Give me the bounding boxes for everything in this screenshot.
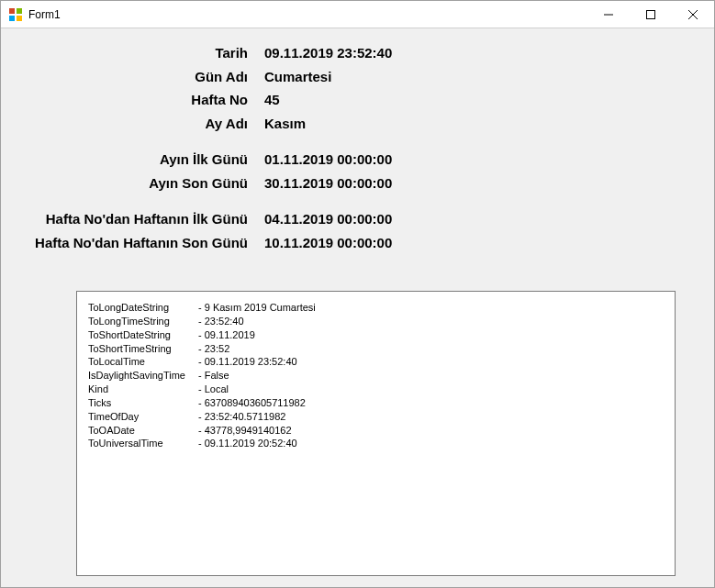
detail-row: ToUniversalTime- 09.11.2019 20:52:40: [88, 437, 664, 450]
info-block: Tarih 09.11.2019 23:52:40 Gün Adı Cumart…: [12, 41, 703, 254]
detail-row: IsDaylightSavingTime- False: [88, 369, 664, 383]
label-tarih: Tarih: [12, 41, 264, 65]
svg-rect-2: [9, 16, 15, 21]
minimize-button[interactable]: [587, 1, 630, 28]
value-ayin-ilk-gunu: 01.11.2019 00:00:00: [264, 148, 392, 172]
detail-row: Ticks- 637089403605711982: [88, 396, 664, 410]
info-row-ay-adi: Ay Adı Kasım: [12, 112, 703, 136]
label-hafta-no: Hafta No: [12, 88, 264, 112]
label-hafta-son-gunu: Hafta No'dan Haftanın Son Günü: [12, 231, 264, 255]
detail-row: TimeOfDay- 23:52:40.5711982: [88, 410, 664, 424]
svg-rect-3: [17, 16, 22, 21]
value-ayin-son-gunu: 30.11.2019 00:00:00: [264, 172, 392, 195]
value-gun-adi: Cumartesi: [264, 65, 331, 89]
window: Form1 Tarih 09.11.2019 23:52:40 Gün Adı …: [0, 0, 715, 588]
value-hafta-no: 45: [264, 88, 280, 112]
info-row-ayin-ilk-gunu: Ayın İlk Günü 01.11.2019 00:00:00: [12, 148, 703, 172]
detail-row: ToLongDateString- 9 Kasım 2019 Cumartesi: [88, 301, 664, 315]
label-gun-adi: Gün Adı: [12, 65, 264, 89]
info-row-hafta-son-gunu: Hafta No'dan Haftanın Son Günü 10.11.201…: [12, 231, 703, 255]
detail-row: Kind- Local: [88, 383, 664, 396]
detail-row: ToShortTimeString- 23:52: [88, 342, 664, 356]
value-tarih: 09.11.2019 23:52:40: [264, 41, 392, 65]
svg-rect-5: [647, 10, 655, 18]
value-hafta-son-gunu: 10.11.2019 00:00:00: [264, 231, 392, 255]
detail-row: ToLongTimeString- 23:52:40: [88, 315, 664, 328]
app-icon: [8, 7, 23, 22]
label-ayin-ilk-gunu: Ayın İlk Günü: [12, 148, 264, 172]
svg-rect-1: [17, 8, 22, 14]
info-row-ayin-son-gunu: Ayın Son Günü 30.11.2019 00:00:00: [12, 172, 703, 195]
info-row-gun-adi: Gün Adı Cumartesi: [12, 65, 703, 89]
client-area: Tarih 09.11.2019 23:52:40 Gün Adı Cumart…: [1, 28, 714, 587]
close-button[interactable]: [672, 1, 714, 28]
svg-rect-0: [9, 8, 15, 14]
label-ayin-son-gunu: Ayın Son Günü: [12, 172, 264, 195]
window-controls: [587, 1, 714, 28]
value-ay-adi: Kasım: [264, 112, 306, 136]
label-ay-adi: Ay Adı: [12, 112, 264, 136]
maximize-button[interactable]: [630, 1, 672, 28]
label-hafta-ilk-gunu: Hafta No'dan Haftanın İlk Günü: [12, 207, 264, 231]
detail-row: ToOADate- 43778,9949140162: [88, 424, 664, 438]
value-hafta-ilk-gunu: 04.11.2019 00:00:00: [264, 207, 392, 231]
window-title: Form1: [28, 8, 587, 21]
titlebar: Form1: [1, 1, 714, 28]
info-row-hafta-no: Hafta No 45: [12, 88, 703, 112]
info-row-hafta-ilk-gunu: Hafta No'dan Haftanın İlk Günü 04.11.201…: [12, 207, 703, 231]
details-textbox[interactable]: ToLongDateString- 9 Kasım 2019 Cumartesi…: [76, 291, 676, 576]
detail-row: ToLocalTime- 09.11.2019 23:52:40: [88, 355, 664, 369]
info-row-tarih: Tarih 09.11.2019 23:52:40: [12, 41, 703, 65]
detail-row: ToShortDateString- 09.11.2019: [88, 328, 664, 342]
